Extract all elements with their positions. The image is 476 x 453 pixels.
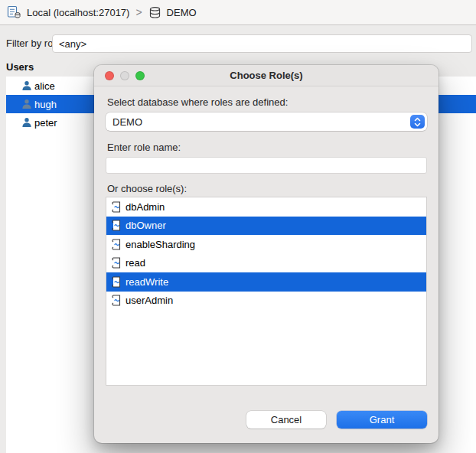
role-name: enableSharding bbox=[126, 239, 195, 250]
role-scroll-icon bbox=[110, 275, 122, 288]
user-icon bbox=[21, 99, 32, 109]
filter-role-value: <any> bbox=[59, 38, 86, 50]
role-row-userAdmin[interactable]: userAdmin bbox=[106, 292, 426, 311]
role-name: userAdmin bbox=[126, 295, 173, 306]
chevron-right-icon: > bbox=[135, 6, 142, 18]
select-database-label: Select database where roles are defined: bbox=[107, 96, 288, 108]
database-icon bbox=[148, 6, 161, 19]
role-scroll-icon bbox=[110, 294, 122, 307]
minimize-window-button[interactable] bbox=[120, 71, 129, 80]
role-row-dbAdmin[interactable]: dbAdmin bbox=[106, 197, 426, 217]
role-scroll-icon bbox=[110, 219, 122, 232]
breadcrumb-database[interactable]: DEMO bbox=[167, 7, 197, 18]
user-icon bbox=[21, 80, 32, 91]
user-name: hugh bbox=[34, 99, 57, 110]
dialog-titlebar: Choose Role(s) bbox=[94, 65, 439, 86]
user-name: alice bbox=[34, 80, 55, 92]
enter-role-name-label: Enter role name: bbox=[107, 142, 181, 153]
grant-button[interactable]: Grant bbox=[337, 411, 427, 429]
role-name: dbAdmin bbox=[126, 201, 165, 213]
role-name: read bbox=[126, 257, 145, 269]
breadcrumb: Local (localhost:27017) > DEMO bbox=[0, 0, 476, 25]
role-scroll-icon bbox=[110, 256, 122, 269]
dialog-title: Choose Role(s) bbox=[230, 70, 302, 81]
role-row-readWrite[interactable]: readWrite bbox=[106, 272, 426, 292]
role-row-read[interactable]: read bbox=[106, 254, 426, 273]
cancel-button[interactable]: Cancel bbox=[246, 411, 326, 429]
window-controls bbox=[105, 71, 145, 80]
database-select-value: DEMO bbox=[112, 116, 142, 128]
role-name: readWrite bbox=[126, 276, 168, 288]
role-scroll-icon bbox=[110, 200, 122, 213]
select-stepper-icon bbox=[410, 115, 425, 129]
close-window-button[interactable] bbox=[105, 71, 114, 80]
role-row-enableSharding[interactable]: enableSharding bbox=[106, 235, 426, 254]
user-name: peter bbox=[34, 117, 57, 129]
filter-role-combobox[interactable]: <any> bbox=[52, 34, 472, 53]
users-panel-title: Users bbox=[6, 61, 34, 73]
choose-roles-dialog: Choose Role(s) Select database where rol… bbox=[94, 65, 439, 443]
server-icon bbox=[7, 5, 21, 19]
breadcrumb-connection[interactable]: Local (localhost:27017) bbox=[27, 7, 129, 18]
role-scroll-icon bbox=[110, 238, 122, 251]
user-icon bbox=[21, 117, 32, 128]
roles-list: dbAdmin dbOwner enableSharding bbox=[106, 197, 427, 386]
choose-roles-label: Or choose role(s): bbox=[107, 183, 187, 194]
role-row-dbOwner[interactable]: dbOwner bbox=[106, 217, 426, 236]
zoom-window-button[interactable] bbox=[135, 71, 145, 80]
database-select[interactable]: DEMO bbox=[106, 112, 427, 131]
role-name-input[interactable] bbox=[106, 157, 427, 174]
role-name: dbOwner bbox=[126, 220, 166, 231]
